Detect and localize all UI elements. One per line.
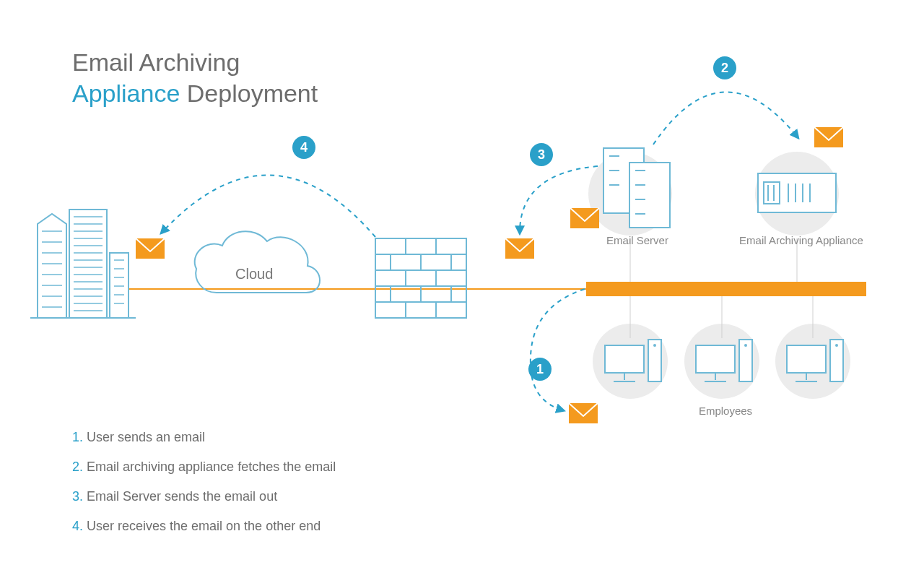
step-badge-3: 3	[530, 143, 553, 166]
svg-rect-29	[375, 238, 466, 318]
step-badge-4-text: 4	[300, 140, 308, 155]
legend-num-4: 4.	[72, 519, 83, 533]
step-badge-2-text: 2	[721, 61, 728, 76]
employees-label: Employees	[693, 405, 758, 417]
legend-num-2: 2.	[72, 460, 83, 474]
cloud-label: Cloud	[235, 266, 273, 282]
arrow-4	[162, 175, 375, 237]
svg-point-77	[835, 344, 838, 347]
cloud-icon	[195, 231, 320, 293]
appliance-icon	[758, 173, 836, 212]
buildings-icon	[30, 210, 136, 318]
legend-item-2: 2. Email archiving appliance fetches the…	[72, 460, 336, 475]
legend-list: 1. User sends an email 2. Email archivin…	[72, 430, 336, 548]
legend-item-1: 1. User sends an email	[72, 430, 336, 445]
arrow-2	[653, 92, 798, 144]
envelope-icon-building	[136, 238, 165, 259]
step-badge-1: 1	[528, 358, 552, 381]
svg-rect-55	[758, 173, 836, 212]
step-badge-1-text: 1	[536, 362, 544, 377]
svg-point-72	[744, 344, 747, 347]
svg-point-67	[653, 344, 656, 347]
envelope-icon-firewall	[505, 238, 534, 259]
legend-num-1: 1.	[72, 430, 83, 444]
arrow-1	[531, 289, 585, 410]
step-badge-2: 2	[713, 56, 736, 79]
legend-item-3: 3. Email Server sends the email out	[72, 489, 336, 504]
legend-text-4: User receives the email on the other end	[83, 519, 321, 533]
envelope-icon-server	[570, 208, 599, 228]
legend-text-3: Email Server sends the email out	[83, 489, 277, 504]
envelope-icon-employees	[569, 403, 598, 423]
svg-rect-68	[696, 345, 735, 373]
network-bar	[586, 282, 866, 296]
svg-rect-47	[629, 163, 670, 228]
legend-text-1: User sends an email	[83, 430, 205, 444]
appliance-label: Email Archiving Appliance	[736, 234, 866, 246]
legend-num-3: 3.	[72, 489, 83, 504]
email-server-label: Email Server	[605, 234, 670, 246]
svg-rect-63	[605, 345, 644, 373]
svg-rect-73	[787, 345, 826, 373]
envelope-icon-appliance	[814, 127, 843, 147]
diagram-stage: Email Archiving Appliance Deployment	[0, 0, 924, 578]
legend-text-2: Email archiving appliance fetches the em…	[83, 460, 336, 474]
legend-item-4: 4. User receives the email on the other …	[72, 519, 336, 534]
step-badge-4: 4	[292, 136, 315, 159]
step-badge-3-text: 3	[538, 147, 545, 163]
firewall-icon	[375, 238, 466, 318]
